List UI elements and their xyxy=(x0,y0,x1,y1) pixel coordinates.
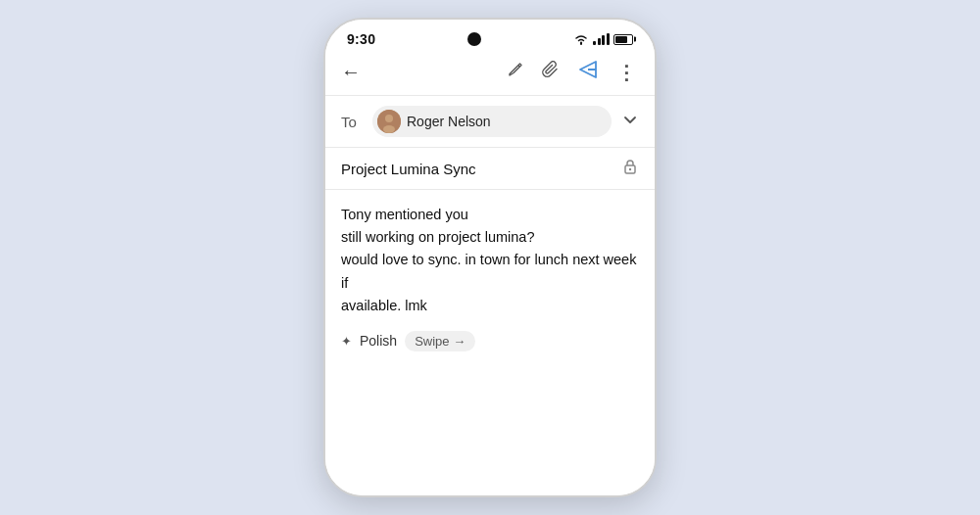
lock-icon xyxy=(621,158,639,179)
avatar xyxy=(377,110,401,133)
subject-text[interactable]: Project Lumina Sync xyxy=(341,161,476,177)
swipe-chip[interactable]: Swipe → xyxy=(405,331,475,351)
svg-line-0 xyxy=(518,66,520,68)
polish-label[interactable]: Polish xyxy=(360,333,397,349)
status-icons xyxy=(573,33,633,45)
svg-point-5 xyxy=(383,125,395,133)
svg-point-4 xyxy=(385,115,393,122)
battery-icon xyxy=(613,34,633,45)
send-button[interactable] xyxy=(577,59,599,85)
status-time: 9:30 xyxy=(347,31,375,47)
camera-dot xyxy=(467,32,481,46)
signal-icon xyxy=(593,33,610,45)
ai-suggestion: ✦ Polish Swipe → xyxy=(341,331,639,351)
phone-frame: 9:30 ← xyxy=(323,18,657,497)
more-options-icon[interactable]: ⋮ xyxy=(616,61,637,84)
recipient-chip[interactable]: Roger Nelson xyxy=(372,106,612,137)
expand-icon[interactable] xyxy=(621,111,639,133)
email-body[interactable]: Tony mentioned you still working on proj… xyxy=(325,190,655,495)
to-field: To Roger Nelson xyxy=(325,96,655,147)
status-bar: 9:30 xyxy=(325,20,655,53)
edit-icon[interactable] xyxy=(507,61,524,83)
attach-icon[interactable] xyxy=(542,61,560,83)
back-button[interactable]: ← xyxy=(341,61,361,83)
ai-sparkle-icon: ✦ xyxy=(341,334,352,349)
body-line1: Tony mentioned you xyxy=(341,207,468,222)
svg-point-7 xyxy=(629,168,631,170)
toolbar-actions: ⋮ xyxy=(507,59,637,85)
recipient-name: Roger Nelson xyxy=(407,114,491,129)
toolbar: ← ⋮ xyxy=(325,53,655,95)
wifi-icon xyxy=(573,33,589,45)
swipe-text: Swipe → xyxy=(415,334,466,349)
to-label: To xyxy=(341,114,363,130)
subject-field: Project Lumina Sync xyxy=(325,148,655,189)
body-text: Tony mentioned you still working on proj… xyxy=(341,204,639,317)
body-line2: still working on project lumina? xyxy=(341,229,534,245)
body-line4: available. lmk xyxy=(341,298,427,313)
body-line3: would love to sync. in town for lunch ne… xyxy=(341,252,636,290)
